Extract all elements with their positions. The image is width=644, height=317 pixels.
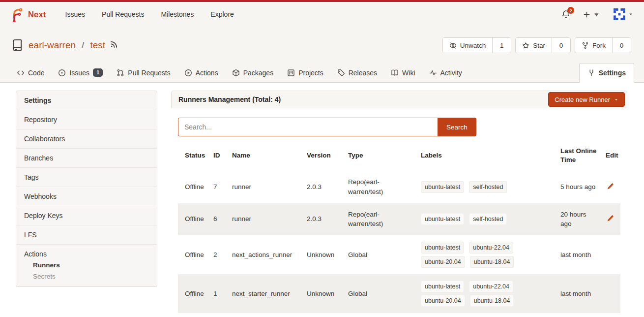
edit-runner-button[interactable] — [606, 214, 615, 224]
topbar-right: 2 — [561, 8, 633, 21]
sidebar-subitem-runners[interactable]: Runners — [24, 258, 149, 270]
topnav-item-explore[interactable]: Explore — [204, 6, 240, 22]
runner-name: runner — [228, 171, 303, 203]
avatar — [613, 8, 626, 21]
star-icon — [522, 42, 529, 49]
create-menu-button[interactable] — [583, 11, 600, 18]
sidebar-item-deploy-keys[interactable]: Deploy Keys — [16, 206, 157, 225]
pull-request-icon — [117, 69, 124, 77]
column-header-version: Version — [303, 140, 344, 171]
rss-feed-button[interactable] — [110, 40, 118, 51]
sidebar-title: Settings — [16, 91, 157, 110]
runner-row: Offline 6 runner 2.0.3 Repo(earl-warren/… — [178, 203, 620, 235]
table-header-row: StatusIDNameVersionTypeLabelsLast Online… — [178, 140, 620, 171]
star-count[interactable]: 0 — [552, 38, 570, 53]
runner-label-chip: ubuntu-latest — [421, 242, 464, 254]
unwatch-count[interactable]: 1 — [492, 38, 511, 53]
runner-label-chip: ubuntu-latest — [421, 281, 464, 292]
runner-label-chip: ubuntu-22.04 — [469, 281, 513, 292]
tab-label: Wiki — [402, 69, 415, 77]
tab-packages[interactable]: Packages — [226, 63, 279, 82]
chevron-down-icon — [593, 11, 600, 18]
brand-name: Next — [28, 10, 46, 19]
sidebar-item-collaborators[interactable]: Collaborators — [16, 129, 157, 149]
tab-wiki[interactable]: Wiki — [385, 63, 421, 82]
fork-icon — [582, 42, 589, 49]
sidebar-item-branches[interactable]: Branches — [16, 149, 157, 168]
chevron-down-icon — [614, 97, 618, 102]
search-button[interactable]: Search — [438, 118, 476, 136]
tab-actions[interactable]: Actions — [178, 63, 224, 82]
runner-id: 1 — [209, 274, 228, 313]
unwatch-button-group: Unwatch 1 — [442, 37, 512, 53]
repo-owner-link[interactable]: earl-warren — [29, 40, 76, 51]
fork-count[interactable]: 0 — [612, 38, 631, 53]
column-header-edit: Edit — [602, 140, 620, 171]
repo-name-link[interactable]: test — [90, 40, 105, 51]
runner-search: Search — [178, 118, 620, 136]
runner-id: 7 — [209, 171, 228, 203]
wrench-icon — [587, 69, 595, 77]
topnav-item-pull-requests[interactable]: Pull Requests — [95, 6, 150, 22]
notification-count-badge: 2 — [567, 7, 574, 14]
sidebar-subitem-secrets[interactable]: Secrets — [24, 270, 149, 281]
tab-label: Packages — [243, 69, 273, 77]
star-button[interactable]: Star — [516, 38, 552, 53]
top-navbar: Next IssuesPull RequestsMilestonesExplor… — [0, 2, 644, 27]
runners-table: StatusIDNameVersionTypeLabelsLast Online… — [178, 140, 620, 313]
site-header: Next IssuesPull RequestsMilestonesExplor… — [0, 0, 644, 83]
runner-version: 2.0.3 — [303, 203, 344, 235]
column-header-id: ID — [209, 140, 228, 171]
column-header-type: Type — [344, 140, 417, 171]
plus-icon — [583, 11, 590, 18]
unwatch-button[interactable]: Unwatch — [443, 38, 493, 53]
runner-label-chip: ubuntu-20.04 — [421, 295, 465, 307]
code-icon — [17, 69, 25, 77]
user-menu-button[interactable] — [613, 8, 633, 21]
sidebar-item-repository[interactable]: Repository — [16, 110, 157, 129]
fork-button[interactable]: Fork — [575, 38, 612, 53]
repo-title: earl-warren / test — [11, 39, 118, 52]
pencil-icon — [607, 215, 614, 222]
create-runner-label: Create new Runner — [555, 96, 610, 103]
search-input[interactable] — [178, 118, 438, 136]
runner-last-online: last month — [556, 235, 602, 274]
issues-count-badge: 1 — [93, 68, 103, 77]
create-runner-button[interactable]: Create new Runner — [548, 92, 625, 107]
tab-pull-requests[interactable]: Pull Requests — [111, 63, 176, 82]
runner-last-online: 5 hours ago — [556, 171, 602, 203]
tab-releases[interactable]: Releases — [331, 63, 383, 82]
tab-label: Releases — [349, 69, 377, 77]
runner-label-chip: ubuntu-18.04 — [470, 256, 514, 268]
chevron-down-icon — [628, 12, 633, 17]
sidebar-item-lfs[interactable]: LFS — [16, 225, 157, 245]
project-icon — [287, 69, 295, 77]
runner-version: Unknown — [303, 235, 344, 274]
tab-settings[interactable]: Settings — [579, 63, 634, 83]
star-button-group: Star 0 — [515, 37, 571, 53]
runner-labels: ubuntu-latestubuntu-22.04ubuntu-20.04ubu… — [421, 281, 519, 307]
runner-id: 6 — [209, 203, 228, 235]
tab-issues[interactable]: Issues 1 — [52, 63, 109, 82]
edit-runner-button[interactable] — [606, 182, 615, 192]
sidebar-item-actions[interactable]: Actions — [24, 250, 149, 258]
forgejo-logo-icon — [11, 7, 24, 22]
runner-labels: ubuntu-latestself-hosted — [421, 213, 519, 225]
tab-projects[interactable]: Projects — [281, 63, 329, 82]
notifications-button[interactable]: 2 — [561, 10, 570, 19]
page-content: SettingsRepositoryCollaboratorsBranchesT… — [0, 83, 644, 313]
runner-name: next_actions_runner — [228, 235, 303, 274]
tab-activity[interactable]: Activity — [423, 63, 468, 82]
sidebar-item-tags[interactable]: Tags — [16, 168, 157, 187]
forgejo-home-link[interactable]: Next — [11, 7, 46, 22]
panel-title: Runners Management (Total: 4) — [178, 95, 281, 103]
topnav-item-milestones[interactable]: Milestones — [154, 6, 200, 22]
runner-label-chip: ubuntu-22.04 — [469, 242, 513, 254]
sidebar-item-webhooks[interactable]: Webhooks — [16, 187, 157, 206]
runner-name: next_starter_runner — [228, 274, 303, 313]
runner-row: Offline 7 runner 2.0.3 Repo(earl-warren/… — [178, 171, 620, 203]
tab-label: Pull Requests — [128, 69, 170, 77]
tab-code[interactable]: Code — [11, 63, 50, 82]
column-header-name: Name — [228, 140, 303, 171]
topnav-item-issues[interactable]: Issues — [59, 6, 91, 22]
